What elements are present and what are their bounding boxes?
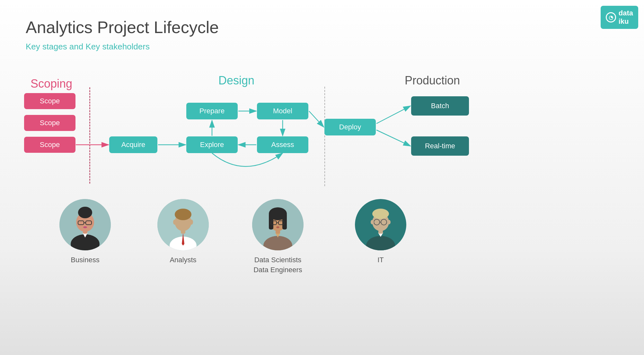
person-it: IT [355,199,406,265]
deploy-node: Deploy [324,119,376,135]
person-datascientists-label: Data ScientistsData Engineers [253,255,302,275]
person-business-label: Business [71,255,99,265]
model-node: Model [257,103,308,119]
svg-rect-38 [282,213,287,229]
person-business: Business [59,199,111,265]
design-label: Design [218,74,254,87]
person-datascientists: Data ScientistsData Engineers [252,199,304,275]
scope-box-1: Scope [24,93,75,109]
avatar-analysts [157,199,209,250]
acquire-node: Acquire [109,136,157,153]
production-label: Production [405,74,460,87]
svg-line-9 [309,111,324,127]
realtime-node: Real-time [411,136,469,156]
page-title: Analytics Project Lifecycle [26,18,219,37]
avatar-datascientists-illustration [252,199,304,250]
svg-point-52 [371,220,374,224]
avatar-datascientists [252,199,304,250]
svg-point-42 [276,226,279,228]
svg-point-29 [173,220,176,225]
assess-node: Assess [257,136,308,153]
logo-icon: ◔ [606,12,616,22]
batch-node: Batch [411,96,469,116]
avatar-business [59,199,111,250]
avatar-it-illustration [355,199,406,250]
scoping-label: Scoping [31,77,72,91]
logo-text: dataiku [619,9,633,26]
avatar-analysts-illustration [157,199,209,250]
scope-box-3: Scope [24,137,75,153]
person-analysts-label: Analysts [170,255,196,265]
svg-point-18 [82,207,88,213]
svg-line-11 [376,130,410,146]
design-production-separator [324,87,325,186]
scoping-boundary-line [89,87,90,184]
svg-point-53 [387,220,391,224]
diagram-area: Scoping Design Production Scope Scope Sc… [0,67,644,355]
avatar-it [355,199,406,250]
svg-line-10 [376,106,410,124]
dataiku-logo: ◔ dataiku [601,6,638,29]
person-it-label: IT [377,255,384,265]
svg-point-48 [372,209,389,219]
page-subtitle: Key stages and Key stakeholders [26,42,150,52]
scope-box-2: Scope [24,115,75,131]
prepare-node: Prepare [186,103,238,119]
svg-point-22 [83,226,87,228]
svg-point-28 [175,209,191,220]
person-analysts: Analysts [157,199,209,265]
avatar-business-illustration [59,199,111,250]
explore-node: Explore [186,136,238,153]
svg-point-30 [190,220,193,225]
